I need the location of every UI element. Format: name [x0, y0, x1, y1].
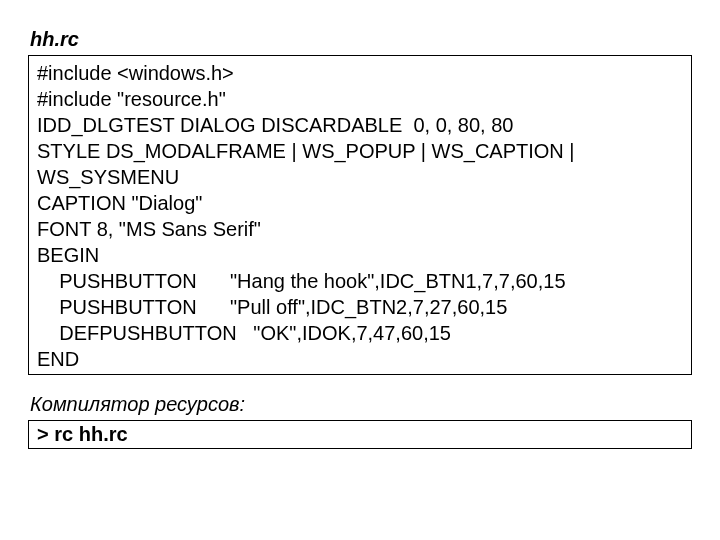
file-name-label: hh.rc	[30, 28, 692, 51]
compiler-command: > rc hh.rc	[28, 420, 692, 449]
resource-code-block: #include <windows.h> #include "resource.…	[28, 55, 692, 375]
compiler-caption: Компилятор ресурсов:	[30, 393, 692, 416]
